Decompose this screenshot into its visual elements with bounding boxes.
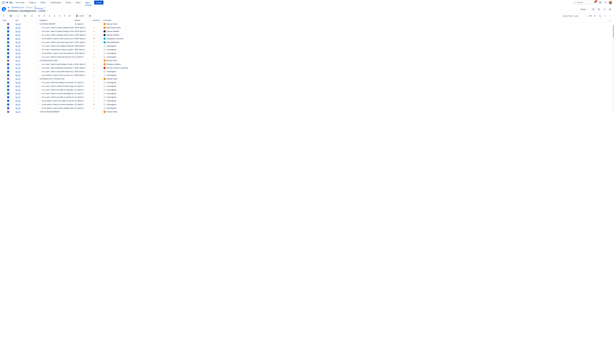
toolbar-search-button[interactable] — [598, 14, 602, 18]
issue-assignee[interactable]: Unassigned — [103, 85, 608, 87]
nav-item-apps[interactable]: Apps — [84, 0, 93, 4]
issue-assignee[interactable]: Ekaterina Sabitov — [103, 63, 608, 65]
table-row[interactable]: SL-41STOCK MANAGEMENTDenise Hines — [2, 110, 612, 114]
collapse-button[interactable] — [608, 14, 612, 18]
outdent-button[interactable] — [57, 14, 62, 18]
issue-summary[interactable]: LISTINGS IMPORT — [37, 23, 74, 25]
issue-summary[interactable]: As a user I want to specify which inform… — [37, 34, 74, 36]
search-field[interactable] — [577, 1, 590, 3]
chevron-down-icon[interactable] — [38, 78, 39, 80]
delete-button[interactable] — [67, 14, 72, 18]
issue-key-link[interactable]: SL-17 — [15, 60, 20, 62]
issue-assignee[interactable]: Unassigned — [103, 96, 608, 98]
table-row[interactable]: SL-42As a user I want to be able to manu… — [2, 88, 612, 92]
view-button[interactable] — [23, 14, 29, 18]
configure-button[interactable] — [602, 7, 607, 12]
issue-key-link[interactable]: SL-34 — [15, 52, 20, 54]
issue-assignee[interactable]: Denise Hines — [103, 60, 608, 62]
settings-button[interactable] — [603, 0, 607, 4]
issue-assignee[interactable]: Oleg Medvedev — [103, 41, 608, 43]
issue-summary[interactable]: As an admin I want to control translatio… — [37, 103, 74, 105]
notifications-button[interactable]: 9+ — [593, 0, 597, 4]
issue-assignee[interactable]: Unassigned — [103, 70, 608, 73]
issue-assignee[interactable]: Unassigned — [103, 100, 608, 102]
table-row[interactable]: SL-20As a user I want to specify which i… — [2, 33, 612, 37]
nav-item-teams[interactable]: Teams — [64, 0, 74, 4]
issue-key-link[interactable]: SL-37 — [15, 85, 20, 87]
issue-key-link[interactable]: SL-56 — [15, 107, 20, 109]
table-row[interactable]: SL-47As a user I want to be able to spec… — [2, 95, 612, 99]
issue-assignee[interactable]: Unassigned — [103, 56, 608, 58]
info-button[interactable] — [597, 7, 601, 12]
nav-item-filters[interactable]: Filters — [39, 0, 49, 4]
issue-summary[interactable]: LISTINGS BULK ADD — [37, 60, 74, 62]
issue-key-link[interactable]: SL-32 — [15, 78, 20, 80]
indent-button[interactable] — [63, 14, 67, 18]
issue-assignee[interactable]: Integration (Inactive) — [103, 38, 608, 40]
issue-assignee[interactable]: Unassigned — [103, 49, 608, 51]
issue-key-link[interactable]: SL-25 — [15, 41, 20, 43]
bolt-button[interactable] — [593, 14, 597, 18]
issue-summary[interactable]: As a user I want to be able to specify w… — [37, 96, 74, 98]
issue-key-link[interactable]: SL-26 — [15, 70, 20, 73]
col-header-priority[interactable]: PRIORITY — [92, 20, 103, 21]
table-row[interactable]: SL-37As a user I want to select to which… — [2, 84, 612, 88]
issue-key-link[interactable]: SL-31 — [15, 49, 20, 51]
table-row[interactable]: SL-26As a user I want to stop bulk impor… — [2, 70, 612, 73]
save-layout-button[interactable] — [88, 14, 92, 18]
issue-summary[interactable]: As a user I want the listings to be auto… — [37, 81, 74, 84]
table-row[interactable]: SL-18As a user I want to import listings… — [2, 29, 612, 33]
table-row[interactable]: SL-34As an admin I want to see who perfo… — [2, 52, 612, 55]
issue-summary[interactable]: As a user I want to import listings in b… — [37, 30, 74, 32]
table-row[interactable]: SL-15As a user I want to import selected… — [2, 26, 612, 29]
issue-assignee[interactable]: Denise Hines — [103, 23, 608, 25]
issue-key-link[interactable]: SL-23 — [15, 67, 20, 69]
issue-key-link[interactable]: SL-30 — [15, 74, 20, 76]
table-row[interactable]: SL-23As a user I want a filtering mechan… — [2, 66, 612, 70]
table-row[interactable]: SL-22As an admin I want to have access t… — [2, 37, 612, 40]
issue-summary[interactable]: As a user I would like to have an option… — [37, 49, 74, 51]
table-row[interactable]: SL-30As an admin I want to have access t… — [2, 73, 612, 77]
issue-summary[interactable]: As an admin I want to have access to err… — [37, 38, 74, 40]
issue-summary[interactable]: As an admin I want to have access to err… — [37, 74, 74, 76]
table-row[interactable]: SL-31As a user I would like to have an o… — [2, 48, 612, 52]
app-switcher-icon[interactable] — [2, 1, 5, 4]
breadcrumb-portfolio[interactable]: PORTFOLIO US — [11, 7, 24, 9]
folder-button[interactable] — [9, 14, 15, 18]
issue-key-link[interactable]: SL-39 — [15, 56, 20, 58]
home-icon[interactable] — [8, 7, 9, 8]
table-row[interactable]: SL-19As a user I want to add listings in… — [2, 63, 612, 66]
issue-key-link[interactable]: SL-47 — [15, 96, 20, 98]
issue-summary[interactable]: As a user I want to stop bulk import at … — [37, 70, 74, 73]
nav-item-plans[interactable]: Plans — [75, 0, 84, 4]
export-button[interactable] — [30, 14, 34, 18]
issue-key-link[interactable]: SL-22 — [15, 38, 20, 40]
add-column-button[interactable] — [608, 19, 612, 21]
nav-item-your-work[interactable]: Your work — [14, 0, 27, 4]
issue-key-link[interactable]: SL-41 — [15, 111, 20, 113]
issue-assignee[interactable]: Mark Rasmussen — [103, 26, 608, 29]
move-up-button[interactable] — [42, 14, 46, 18]
issue-summary[interactable]: As an admin I want to see who performed … — [37, 52, 74, 54]
col-header-key[interactable]: KEY — [15, 20, 37, 21]
col-header-icon[interactable]: ICON — [2, 20, 15, 21]
nav-item-dashboards[interactable]: Dashboards — [49, 0, 64, 4]
issue-key-link[interactable]: SL-20 — [15, 34, 20, 36]
chevron-down-icon[interactable] — [38, 111, 39, 113]
issue-key-link[interactable]: SL-45 — [15, 92, 20, 94]
issue-assignee[interactable]: Unassigned — [103, 52, 608, 54]
search-input[interactable] — [573, 0, 591, 5]
chevron-down-icon[interactable] — [38, 60, 39, 62]
issue-key-link[interactable]: SL-12 — [15, 23, 20, 25]
sort-button[interactable] — [16, 14, 22, 18]
chevron-down-icon[interactable] — [38, 23, 39, 25]
table-row[interactable]: SL-45As a user I want to control transla… — [2, 92, 612, 95]
issue-key-link[interactable]: SL-52 — [15, 103, 20, 105]
issue-summary[interactable]: LISTINGS AUTO TRANSLATE — [37, 78, 74, 80]
issue-key-link[interactable]: SL-28 — [15, 45, 20, 47]
issue-assignee[interactable]: Unassigned — [103, 89, 608, 91]
issue-summary[interactable]: As a user I want to be notified if impor… — [37, 45, 74, 47]
issue-summary[interactable]: STOCK MANAGEMENT — [37, 111, 74, 113]
issue-assignee[interactable]: Unassigned — [103, 92, 608, 95]
issue-assignee[interactable]: Denise Hines — [103, 111, 608, 113]
